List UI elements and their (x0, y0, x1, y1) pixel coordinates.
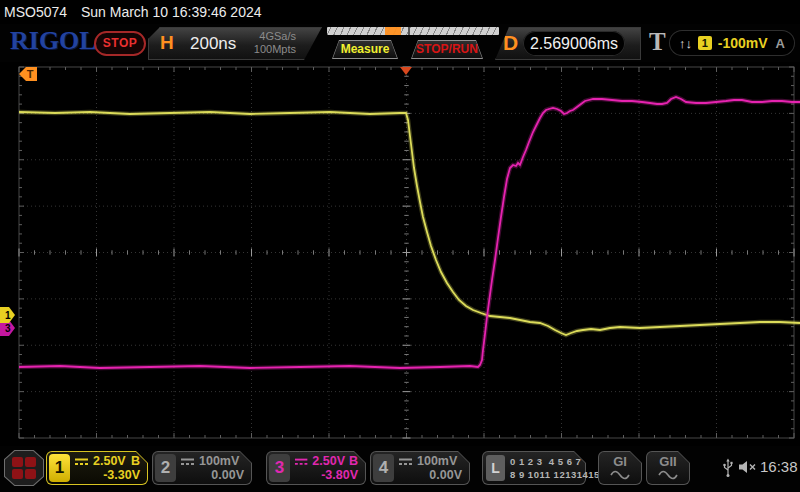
model-name: MSO5074 (4, 4, 67, 20)
run-state-indicator[interactable]: STOP (94, 31, 146, 56)
channel-1-button[interactable]: 1 2.50V B -3.30V (46, 451, 148, 485)
channel-2-info: 100mV 0.00V (180, 453, 244, 483)
channel-2-offset: 0.00V (180, 468, 244, 482)
speaker-muted-icon (738, 460, 758, 474)
timebase-value: 200ns (190, 34, 236, 54)
trigger-panel[interactable]: T ↑↓ 1 -100mV A (645, 27, 797, 60)
channel-3-bandwidth: B (349, 454, 358, 468)
logic-row-1: 0 1 2 3 4 5 6 7 (510, 456, 581, 467)
logic-label: L (486, 455, 505, 481)
logic-row-2: 8 9 1011 12131415 (510, 469, 600, 480)
memory-depth: 100Mpts (254, 43, 296, 56)
rigol-logo: RIGOL (10, 26, 97, 56)
menu-button[interactable] (4, 450, 44, 486)
dc-coupling-icon (180, 457, 195, 466)
generator-2-button[interactable]: GII (646, 451, 690, 485)
ch1-trace-glow (19, 112, 800, 335)
channel-3-offset: -3.80V (294, 468, 358, 482)
channel-1-scale: 2.50V (93, 454, 126, 468)
measure-label: Measure (332, 40, 398, 59)
dc-coupling-icon (398, 457, 413, 466)
channel-3-button[interactable]: 3 2.50V B -3.80V (266, 451, 366, 485)
trigger-mode: A (776, 36, 785, 51)
trigger-icon: T (649, 28, 666, 56)
delay-value: 2.569006ms (530, 35, 618, 53)
scope-grid-and-traces[interactable]: T31 (0, 62, 800, 446)
trigger-level-value: -100mV (718, 35, 768, 51)
channel-3-number: 3 (269, 454, 290, 482)
svg-text:T: T (27, 68, 34, 80)
clock-label[interactable]: 16:38 (760, 458, 798, 475)
stop-run-button[interactable]: STOP/RUN (411, 40, 483, 59)
channel-4-button[interactable]: 4 100mV 0.00V (370, 451, 470, 485)
generator-1-label: GI (598, 454, 642, 469)
menu-grid-icon (12, 457, 36, 479)
channel-4-info: 100mV 0.00V (398, 453, 462, 483)
dc-coupling-icon (294, 457, 308, 466)
logic-channels-button[interactable]: L 0 1 2 3 4 5 6 7 8 9 1011 12131415 (482, 451, 586, 485)
horizontal-panel[interactable]: H 200ns 4GSa/s 100Mpts (148, 27, 322, 60)
bottom-channel-bar: 1 2.50V B -3.30V 2 100mV 0.00V 3 (0, 446, 800, 492)
channel-2-number: 2 (155, 454, 176, 482)
trigger-position-marker[interactable] (400, 67, 412, 75)
overview-window-indicator (385, 27, 400, 35)
channel-1-info: 2.50V B -3.30V (74, 453, 140, 483)
trigger-settings-box: ↑↓ 1 -100mV A (669, 30, 795, 56)
stop-run-label: STOP/RUN (411, 40, 483, 59)
status-bar: MSO5074 Sun March 10 16:39:46 2024 (0, 0, 800, 24)
channel-1-bandwidth: B (131, 454, 140, 468)
measure-button[interactable]: Measure (332, 40, 398, 59)
sample-rate: 4GSa/s (254, 30, 296, 43)
acquisition-info: 4GSa/s 100Mpts (254, 30, 296, 56)
delay-panel[interactable]: D 2.569006ms (495, 27, 641, 60)
trigger-slope-icon: ↑↓ (679, 36, 692, 51)
overview-trigger-pointer (408, 27, 410, 35)
usb-icon (722, 458, 734, 478)
channel-3-scale: 2.50V (312, 454, 345, 468)
header-toolbar: RIGOL STOP H 200ns 4GSa/s 100Mpts Measur… (0, 24, 800, 62)
logic-channel-numbers: 0 1 2 3 4 5 6 7 8 9 1011 12131415 (510, 455, 600, 481)
svg-text:3: 3 (5, 323, 11, 334)
delay-icon: D (503, 31, 518, 55)
channel-4-number: 4 (373, 454, 394, 482)
channel-3-info: 2.50V B -3.80V (294, 453, 358, 483)
channel-4-scale: 100mV (417, 454, 457, 468)
sine-wave-icon (658, 470, 678, 480)
channel-1-number: 1 (49, 454, 70, 482)
waveform-display[interactable]: T31 (0, 62, 800, 446)
horizontal-icon: H (160, 32, 174, 54)
sine-wave-icon (610, 470, 630, 480)
dc-coupling-icon (74, 457, 89, 466)
generator-2-label: GII (646, 454, 690, 469)
delay-value-box: 2.569006ms (523, 31, 625, 56)
waveform-overview-bar[interactable] (327, 27, 499, 35)
svg-text:1: 1 (5, 310, 11, 321)
channel-2-button[interactable]: 2 100mV 0.00V (152, 451, 252, 485)
channel-4-offset: 0.00V (398, 468, 462, 482)
datetime-label: Sun March 10 16:39:46 2024 (81, 4, 262, 20)
trigger-source-badge: 1 (698, 36, 712, 50)
channel-1-offset: -3.30V (74, 468, 140, 482)
channel-2-scale: 100mV (199, 454, 239, 468)
generator-1-button[interactable]: GI (598, 451, 642, 485)
